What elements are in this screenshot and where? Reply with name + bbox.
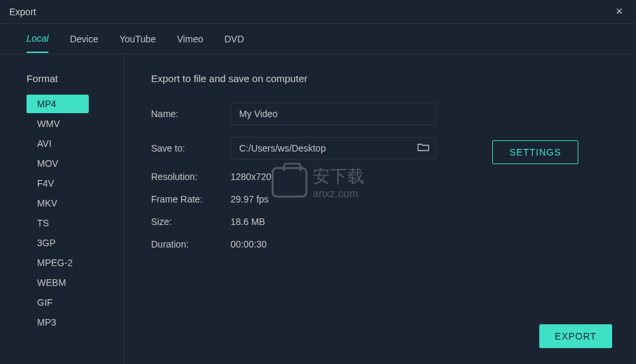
export-button[interactable]: EXPORT: [539, 324, 612, 348]
settings-button[interactable]: SETTINGS: [492, 140, 578, 164]
resolution-value: 1280x720: [231, 171, 272, 182]
name-input[interactable]: [231, 103, 436, 125]
size-label: Size:: [151, 216, 231, 227]
title-bar: Export ×: [0, 0, 636, 24]
window-title: Export: [9, 7, 36, 17]
main-panel: Export to file and save on computer Name…: [125, 54, 636, 364]
size-value: 18.6 MB: [231, 216, 265, 227]
size-row: Size: 18.6 MB: [151, 216, 610, 227]
name-row: Name:: [151, 103, 610, 125]
tab-youtube[interactable]: YouTube: [119, 26, 156, 52]
format-item-avi[interactable]: AVI: [26, 134, 89, 153]
format-sidebar: Format MP4 WMV AVI MOV F4V MKV TS 3GP MP…: [0, 54, 125, 364]
format-item-mp3[interactable]: MP3: [26, 313, 89, 332]
export-tabs: Local Device YouTube Vimeo DVD: [0, 24, 636, 54]
saveto-label: Save to:: [151, 143, 231, 154]
folder-icon[interactable]: [417, 143, 429, 154]
format-item-f4v[interactable]: F4V: [26, 174, 89, 193]
tab-local[interactable]: Local: [26, 25, 48, 53]
duration-row: Duration: 00:00:30: [151, 239, 610, 250]
framerate-value: 29.97 fps: [231, 194, 269, 205]
duration-value: 00:00:30: [231, 239, 267, 250]
format-item-3gp[interactable]: 3GP: [26, 234, 89, 252]
tab-device[interactable]: Device: [70, 26, 98, 52]
format-item-webm[interactable]: WEBM: [26, 273, 89, 292]
format-item-mkv[interactable]: MKV: [26, 194, 89, 212]
tab-vimeo[interactable]: Vimeo: [177, 26, 203, 52]
content-area: Format MP4 WMV AVI MOV F4V MKV TS 3GP MP…: [0, 54, 636, 364]
format-item-mov[interactable]: MOV: [26, 154, 89, 173]
format-item-mpeg2[interactable]: MPEG-2: [26, 253, 89, 272]
framerate-row: Frame Rate: 29.97 fps: [151, 194, 610, 205]
tab-dvd[interactable]: DVD: [225, 26, 244, 52]
resolution-row: Resolution: 1280x720: [151, 171, 610, 182]
close-icon[interactable]: ×: [611, 3, 627, 20]
framerate-label: Frame Rate:: [151, 194, 231, 205]
name-label: Name:: [151, 109, 231, 119]
resolution-label: Resolution:: [151, 171, 231, 182]
export-heading: Export to file and save on computer: [151, 73, 610, 84]
duration-label: Duration:: [151, 239, 231, 250]
format-item-mp4[interactable]: MP4: [26, 95, 89, 113]
format-item-gif[interactable]: GIF: [26, 293, 89, 312]
format-item-wmv[interactable]: WMV: [26, 114, 89, 133]
format-item-ts[interactable]: TS: [26, 214, 89, 232]
format-heading: Format: [26, 73, 124, 84]
saveto-input[interactable]: [231, 137, 436, 159]
